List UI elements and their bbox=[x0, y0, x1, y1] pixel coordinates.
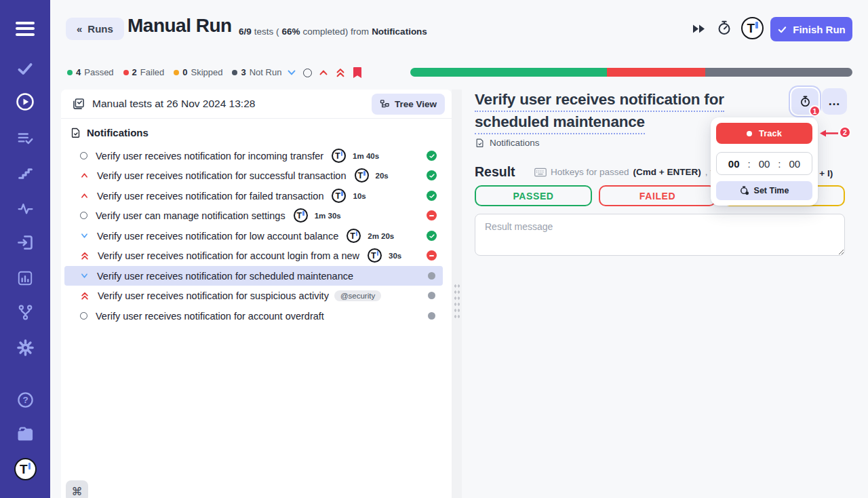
document-check-icon bbox=[70, 127, 81, 138]
app-sidebar: ? bbox=[0, 0, 50, 498]
gear-icon[interactable] bbox=[0, 339, 50, 357]
activity-icon[interactable] bbox=[0, 200, 50, 217]
stat-failed: 2Failed bbox=[123, 67, 165, 77]
hours-value[interactable]: 00 bbox=[728, 158, 740, 170]
keyboard-icon bbox=[534, 168, 547, 177]
suite-header[interactable]: Notifications bbox=[70, 127, 149, 138]
ellipsis-icon: … bbox=[828, 94, 841, 109]
back-chevron-icon: « bbox=[77, 23, 82, 35]
chevrons-up-icon[interactable] bbox=[335, 67, 346, 78]
time-input[interactable]: 00 : 00 : 00 bbox=[716, 152, 812, 175]
git-branch-icon[interactable] bbox=[0, 303, 50, 322]
bar-chart-icon[interactable] bbox=[0, 269, 50, 287]
test-row[interactable]: Verify user receives notification for su… bbox=[64, 166, 443, 185]
test-row[interactable]: Verify user receives notification for lo… bbox=[64, 226, 443, 246]
help-icon[interactable]: ? bbox=[0, 391, 50, 409]
test-row-selected[interactable]: Verify user receives notification for sc… bbox=[64, 266, 443, 286]
test-row[interactable]: Verify user receives notification for ac… bbox=[64, 246, 443, 265]
back-to-runs-button[interactable]: « Runs bbox=[66, 18, 124, 40]
priority-high-icon bbox=[80, 171, 89, 180]
fast-forward-icon[interactable] bbox=[692, 24, 706, 33]
tree-view-button[interactable]: Tree View bbox=[372, 94, 445, 115]
result-message-input[interactable] bbox=[475, 214, 845, 256]
passed-button[interactable]: PASSED bbox=[475, 185, 592, 206]
stopwatch-icon bbox=[800, 96, 811, 107]
folder-icon[interactable] bbox=[0, 425, 50, 444]
menu-icon[interactable] bbox=[0, 18, 50, 39]
test-duration: 20s bbox=[376, 172, 389, 180]
svg-text:?: ? bbox=[22, 395, 28, 405]
test-title: Verify user receives notification for su… bbox=[97, 170, 347, 181]
status-counts: 4Passed 2Failed 0Skipped 3Not Run bbox=[67, 67, 281, 77]
test-row[interactable]: Verify user receives notification for su… bbox=[64, 286, 443, 305]
test-tag: @security bbox=[334, 290, 381, 301]
track-button[interactable]: Track bbox=[716, 123, 812, 144]
stopwatch-icon[interactable] bbox=[716, 20, 732, 36]
bookmark-icon[interactable] bbox=[352, 66, 363, 79]
test-title: Verify user can manage notification sett… bbox=[96, 210, 285, 221]
finish-run-button[interactable]: Finish Run bbox=[770, 17, 852, 41]
command-hotkeys-button[interactable]: ⌘ bbox=[66, 480, 88, 498]
drag-handle[interactable] bbox=[454, 283, 460, 321]
document-check-icon bbox=[475, 138, 485, 148]
seconds-value[interactable]: 00 bbox=[789, 158, 801, 170]
status-passed-icon bbox=[427, 151, 437, 161]
testomat-logo[interactable] bbox=[0, 458, 50, 480]
test-duration: 2m 20s bbox=[368, 232, 394, 240]
set-time-button[interactable]: Set Time bbox=[716, 181, 812, 200]
testomat-icon bbox=[368, 248, 382, 263]
test-duration: 1m 30s bbox=[315, 212, 341, 220]
run-progress-bar bbox=[410, 68, 852, 77]
test-row[interactable]: Verify user receives notification for fa… bbox=[64, 186, 443, 206]
steps-icon[interactable] bbox=[0, 165, 50, 182]
more-options-button[interactable]: … bbox=[822, 88, 847, 115]
test-title: Verify user receives notification for fa… bbox=[97, 191, 323, 202]
failed-button[interactable]: FAILED bbox=[599, 185, 716, 206]
summary-source: Notifications bbox=[372, 26, 427, 37]
testomat-icon bbox=[355, 168, 369, 183]
priority-normal-icon bbox=[80, 212, 87, 219]
status-notrun-icon bbox=[428, 292, 435, 299]
hotkeys-hint: Hotkeys for passed (Cmd + ENTER) , faile… bbox=[534, 167, 732, 177]
priority-low-icon bbox=[80, 271, 89, 280]
test-title: Verify user receives notification for in… bbox=[96, 151, 323, 161]
command-icon: ⌘ bbox=[72, 486, 83, 497]
notrun-dot bbox=[232, 70, 237, 75]
test-title: Verify user receives notification for lo… bbox=[97, 231, 338, 242]
panel-resize-divider[interactable] bbox=[452, 90, 462, 498]
sign-in-icon[interactable] bbox=[0, 233, 50, 252]
page-title: Manual Run bbox=[127, 15, 232, 37]
test-row[interactable]: Verify user can manage notification sett… bbox=[64, 206, 443, 225]
test-title: Verify user receives notification for su… bbox=[98, 290, 329, 301]
stat-notrun: 3Not Run bbox=[232, 67, 281, 77]
priority-filter-icons bbox=[286, 66, 363, 79]
play-circle-icon[interactable] bbox=[0, 92, 50, 112]
minutes-value[interactable]: 00 bbox=[759, 158, 770, 170]
test-row[interactable]: Verify user receives notification for in… bbox=[64, 146, 443, 166]
progress-failed-segment bbox=[607, 68, 705, 77]
status-passed-icon bbox=[427, 231, 437, 241]
testomat-icon bbox=[332, 149, 346, 163]
testomat-logo[interactable] bbox=[741, 17, 764, 39]
chevron-up-icon[interactable] bbox=[318, 67, 329, 78]
annotation-badge-2: 2 bbox=[839, 126, 851, 138]
summary-ratio: 6/9 bbox=[239, 26, 252, 37]
chevron-down-icon[interactable] bbox=[286, 67, 297, 78]
priority-critical-icon bbox=[80, 291, 90, 301]
timer-popup: Track 00 : 00 : 00 Set Time bbox=[711, 117, 818, 206]
test-row[interactable]: Verify user receives notification for ac… bbox=[64, 306, 443, 326]
test-duration: 30s bbox=[389, 252, 401, 260]
passed-dot bbox=[67, 70, 73, 75]
test-title: Verify user receives notification for ac… bbox=[96, 311, 324, 322]
testomat-icon bbox=[347, 229, 361, 243]
circle-icon[interactable] bbox=[303, 69, 312, 77]
breadcrumb[interactable]: Notifications bbox=[475, 138, 540, 148]
check-icon[interactable] bbox=[0, 60, 50, 77]
list-check-icon[interactable] bbox=[0, 130, 50, 147]
tree-icon bbox=[380, 99, 390, 109]
priority-normal-icon bbox=[80, 152, 87, 159]
status-failed-icon bbox=[427, 210, 437, 221]
summary-percent: 66% bbox=[282, 26, 300, 37]
record-dot-icon bbox=[747, 131, 752, 136]
skipped-dot bbox=[174, 70, 179, 75]
